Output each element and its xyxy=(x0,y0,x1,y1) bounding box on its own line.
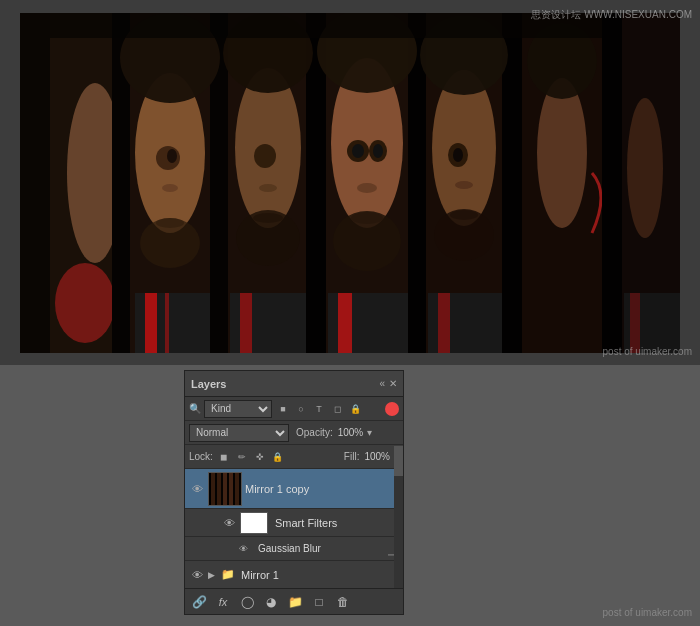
filter-type-icons: ■ ○ T ◻ 🔒 xyxy=(275,401,363,417)
layers-panel: Layers « ✕ 🔍 Kind ■ ○ T ◻ 🔒 Normal Opaci… xyxy=(184,370,404,615)
layer-smart-filters[interactable]: 👁 Smart Filters xyxy=(185,509,403,537)
link-layers-icon[interactable]: 🔗 xyxy=(189,592,209,612)
smart-filter-visibility[interactable]: 👁 xyxy=(221,515,237,531)
svg-rect-1 xyxy=(20,13,50,353)
photo-canvas xyxy=(20,13,680,353)
layer-mirror1-copy[interactable]: 👁 Mirror 1 copy ▿ xyxy=(185,469,403,509)
lock-row: Lock: ◼ ✏ ✜ 🔒 Fill: 100% ▾ xyxy=(185,445,403,469)
svg-rect-46 xyxy=(438,293,450,353)
svg-point-12 xyxy=(140,218,200,268)
panel-toolbar: 🔗 fx ◯ ◕ 📁 □ 🗑 xyxy=(185,588,403,614)
scroll-bar[interactable] xyxy=(394,446,403,588)
watermark-top: 思资设计坛 WWW.NISEXUAN.COM xyxy=(531,8,692,22)
kind-label: 🔍 xyxy=(189,403,201,414)
lock-transparency-icon[interactable]: ◼ xyxy=(216,449,232,465)
svg-rect-71 xyxy=(239,473,241,506)
svg-rect-15 xyxy=(165,293,169,353)
group-expand-arrow[interactable]: ▶ xyxy=(208,570,215,580)
lock-all-icon[interactable]: 🔒 xyxy=(270,449,286,465)
svg-rect-50 xyxy=(602,13,622,353)
svg-rect-14 xyxy=(145,293,157,353)
lock-position-icon[interactable]: ✜ xyxy=(252,449,268,465)
fill-value[interactable]: 100% xyxy=(364,451,390,462)
shape-filter-icon[interactable]: ◻ xyxy=(329,401,345,417)
svg-rect-69 xyxy=(233,473,235,506)
layer-mirror1-group[interactable]: 👁 ▶ 📁 Mirror 1 xyxy=(185,561,403,589)
svg-rect-54 xyxy=(630,293,640,353)
svg-rect-62 xyxy=(211,473,215,506)
fill-label: Fill: xyxy=(344,451,360,462)
page-watermark: post of uimaker.com xyxy=(603,607,692,618)
smart-filter-name: Smart Filters xyxy=(275,517,399,529)
canvas-area: 思资设计坛 WWW.NISEXUAN.COM post of uimaker.c… xyxy=(0,0,700,365)
svg-point-42 xyxy=(455,181,473,189)
pixel-filter-icon[interactable]: ■ xyxy=(275,401,291,417)
scroll-thumb[interactable] xyxy=(394,446,403,476)
smart-filter-icon[interactable]: 🔒 xyxy=(347,401,363,417)
group-visibility[interactable]: 👁 xyxy=(189,567,205,583)
smart-filter-thumb xyxy=(240,512,268,534)
svg-rect-70 xyxy=(235,473,239,506)
svg-rect-63 xyxy=(215,473,217,506)
lock-icons: ◼ ✏ ✜ 🔒 xyxy=(216,449,286,465)
folder-icon: 📁 xyxy=(221,568,235,581)
group-name: Mirror 1 xyxy=(241,569,399,581)
svg-rect-24 xyxy=(240,293,252,353)
gaussian-visibility[interactable]: 👁 xyxy=(235,541,251,557)
svg-point-44 xyxy=(434,209,494,261)
svg-point-31 xyxy=(373,144,383,158)
svg-point-19 xyxy=(254,144,276,168)
svg-rect-72 xyxy=(241,473,242,506)
watermark-bottom: post of uimaker.com xyxy=(603,346,692,357)
lock-label: Lock: xyxy=(189,451,213,462)
svg-point-29 xyxy=(352,144,364,158)
adjustment-layer-icon[interactable]: ◕ xyxy=(261,592,281,612)
filter-active-indicator xyxy=(385,402,399,416)
collapse-icon[interactable]: « xyxy=(379,378,385,389)
svg-point-41 xyxy=(453,148,463,162)
opacity-value[interactable]: 100% xyxy=(338,427,364,438)
svg-rect-60 xyxy=(50,13,602,38)
lock-image-icon[interactable]: ✏ xyxy=(234,449,250,465)
add-mask-icon[interactable]: ◯ xyxy=(237,592,257,612)
new-group-icon[interactable]: 📁 xyxy=(285,592,305,612)
blend-mode-select[interactable]: Normal xyxy=(189,424,289,442)
panel-title: Layers xyxy=(191,378,226,390)
svg-rect-68 xyxy=(229,473,233,506)
delete-layer-icon[interactable]: 🗑 xyxy=(333,592,353,612)
adjustment-filter-icon[interactable]: ○ xyxy=(293,401,309,417)
filter-select[interactable]: Kind xyxy=(204,400,272,418)
svg-point-22 xyxy=(236,210,300,266)
svg-point-10 xyxy=(162,184,178,192)
type-filter-icon[interactable]: T xyxy=(311,401,327,417)
layer-gaussian-blur[interactable]: 👁 Gaussian Blur ⎯ xyxy=(185,537,403,561)
svg-rect-36 xyxy=(338,293,352,353)
svg-point-34 xyxy=(333,211,401,271)
layer-visibility-eye[interactable]: 👁 xyxy=(189,481,205,497)
panel-header: Layers « ✕ xyxy=(185,371,403,397)
new-layer-icon[interactable]: □ xyxy=(309,592,329,612)
panel-header-icons: « ✕ xyxy=(379,378,397,389)
opacity-arrow[interactable]: ▾ xyxy=(367,427,372,438)
svg-rect-65 xyxy=(221,473,223,506)
svg-rect-64 xyxy=(217,473,221,506)
opacity-label: Opacity: xyxy=(296,427,333,438)
layer-effects-icon[interactable]: fx xyxy=(213,592,233,612)
svg-point-49 xyxy=(537,78,587,228)
svg-point-32 xyxy=(357,183,377,193)
layer-thumbnail xyxy=(208,472,242,506)
svg-rect-67 xyxy=(227,473,229,506)
layer-name: Mirror 1 copy xyxy=(245,483,391,495)
blend-mode-row: Normal Opacity: 100% ▾ xyxy=(185,421,403,445)
svg-point-52 xyxy=(627,98,663,238)
svg-point-9 xyxy=(167,149,177,163)
close-icon[interactable]: ✕ xyxy=(389,378,397,389)
portrait-svg xyxy=(20,13,680,353)
svg-point-20 xyxy=(259,184,277,192)
filter-row: 🔍 Kind ■ ○ T ◻ 🔒 xyxy=(185,397,403,421)
gaussian-name: Gaussian Blur xyxy=(258,543,385,554)
svg-rect-66 xyxy=(223,473,227,506)
svg-point-4 xyxy=(55,263,115,343)
